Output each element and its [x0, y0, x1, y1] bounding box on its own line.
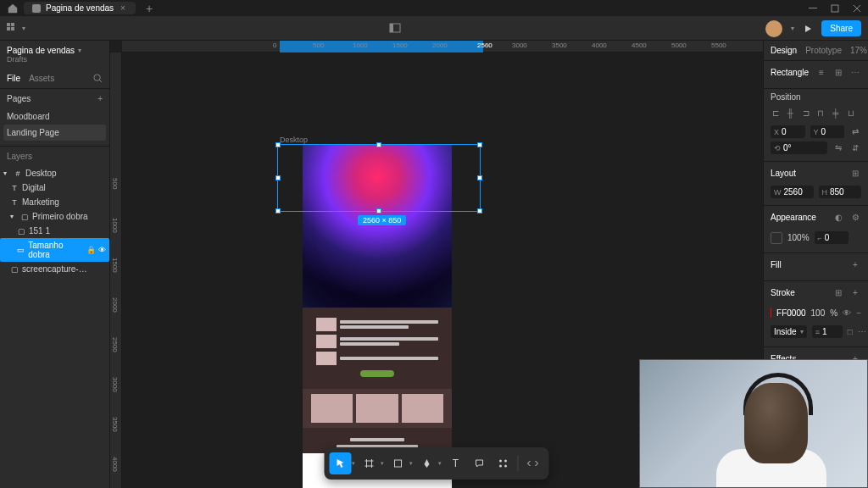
- settings-icon[interactable]: ⚙: [849, 211, 861, 223]
- layer-text-marketing[interactable]: T Marketing: [0, 195, 109, 209]
- pos-y-field[interactable]: Y0: [810, 125, 845, 138]
- maximize-icon[interactable]: [831, 4, 839, 13]
- app-topbar: ▾ ▾ Share: [0, 17, 868, 41]
- move-tool[interactable]: [330, 452, 352, 474]
- play-icon[interactable]: [803, 24, 813, 34]
- style-icon[interactable]: ⊞: [832, 286, 844, 298]
- page-item-landing[interactable]: Landing Page: [3, 125, 106, 141]
- file-tab-assets[interactable]: Assets: [29, 69, 54, 88]
- chevron-down-icon: ▾: [78, 47, 81, 54]
- layer-text-digital[interactable]: T Digital: [0, 180, 109, 195]
- file-tab-file[interactable]: File: [7, 69, 20, 88]
- share-button[interactable]: Share: [821, 20, 861, 36]
- pages-header[interactable]: Pages: [7, 94, 31, 103]
- search-icon[interactable]: [93, 69, 103, 88]
- lock-icon[interactable]: 🔒: [86, 246, 96, 254]
- stroke-width-field[interactable]: ≡1: [812, 325, 843, 338]
- tab-prototype[interactable]: Prototype: [805, 46, 842, 55]
- shape-tool[interactable]: [387, 452, 409, 474]
- panel-toggle-icon[interactable]: [389, 22, 403, 36]
- svg-rect-2: [832, 5, 838, 12]
- opacity-value[interactable]: 100%: [787, 233, 810, 242]
- grid-icon[interactable]: ⊞: [832, 66, 844, 78]
- layer-group-primeiro[interactable]: ▾ ▢ Primeiro dobra: [0, 209, 109, 224]
- eye-icon[interactable]: 👁: [843, 307, 851, 319]
- comment-tool[interactable]: [469, 452, 491, 474]
- stroke-opacity[interactable]: 100: [811, 308, 826, 318]
- ruler-horizontal[interactable]: 0 500 1000 1500 2000 2560 3000 3500 4000…: [122, 41, 763, 53]
- flip-v-icon[interactable]: ⇵: [849, 141, 861, 153]
- actions-tool[interactable]: [492, 452, 515, 474]
- chevron-down-icon[interactable]: ▾: [10, 213, 17, 220]
- text-tool[interactable]: T: [445, 452, 467, 474]
- rotation-field[interactable]: ⟲0°: [771, 141, 827, 154]
- more-icon[interactable]: ⋯: [849, 66, 861, 78]
- pen-tool[interactable]: [416, 452, 438, 474]
- constrain-icon[interactable]: ⇄: [849, 125, 861, 137]
- layer-frame-desktop[interactable]: ▾ # Desktop: [0, 166, 109, 180]
- main-menu-icon[interactable]: [7, 21, 22, 36]
- align-bottom-icon[interactable]: ⊔: [848, 108, 860, 120]
- project-name[interactable]: Pagina de vendas ▾: [7, 46, 103, 55]
- add-page-icon[interactable]: +: [97, 94, 103, 103]
- ruler-vertical[interactable]: 500 1000 1500 2000 2500 3000 3500 4000: [110, 53, 122, 488]
- svg-point-11: [499, 460, 502, 463]
- zoom-control[interactable]: 17%▾: [850, 46, 868, 55]
- stroke-side-icon[interactable]: □: [848, 326, 853, 338]
- eye-icon[interactable]: 👁: [98, 246, 106, 254]
- remove-icon[interactable]: −: [856, 307, 861, 319]
- stroke-position-select[interactable]: Inside▾: [771, 325, 807, 338]
- frame-icon: #: [14, 169, 22, 178]
- file-tab[interactable]: Pagina de vendas ×: [24, 2, 136, 14]
- align-right-icon[interactable]: ⊐: [803, 108, 815, 120]
- chevron-down-icon[interactable]: ▾: [352, 460, 355, 467]
- frame-tool[interactable]: [359, 452, 381, 474]
- corner-radius-field[interactable]: ⌐0: [815, 231, 849, 244]
- tab-design[interactable]: Design: [771, 46, 797, 55]
- selection-outline[interactable]: [277, 144, 481, 212]
- chevron-down-icon[interactable]: ▾: [3, 169, 10, 177]
- pos-x-field[interactable]: X0: [771, 125, 805, 138]
- chevron-down-icon[interactable]: ▾: [22, 25, 25, 32]
- align-hcenter-icon[interactable]: ╫: [787, 108, 799, 120]
- selection-type: Rectangle: [771, 68, 809, 77]
- project-location[interactable]: Drafts: [7, 55, 103, 64]
- window-close-icon[interactable]: [853, 4, 861, 13]
- align-vcenter-icon[interactable]: ╪: [832, 108, 844, 120]
- tools-toolbar: ▾ ▾ ▾ ▾ T: [325, 447, 549, 480]
- home-icon[interactable]: [7, 3, 19, 14]
- file-tab-label: Pagina de vendas: [46, 3, 114, 13]
- autolayout-icon[interactable]: ⊞: [849, 167, 861, 179]
- avatar[interactable]: [765, 20, 782, 37]
- chevron-down-icon[interactable]: ▾: [791, 25, 794, 32]
- more-icon[interactable]: ⋯: [858, 326, 866, 338]
- layer-image-151[interactable]: ▢ 151 1: [0, 224, 109, 238]
- align-icon[interactable]: ≡: [815, 66, 827, 78]
- blend-icon[interactable]: ◐: [832, 211, 844, 223]
- chevron-down-icon[interactable]: ▾: [381, 460, 384, 467]
- close-icon[interactable]: ×: [119, 3, 127, 13]
- opacity-swatch[interactable]: [771, 232, 782, 244]
- chevron-down-icon[interactable]: ▾: [438, 460, 442, 467]
- add-icon[interactable]: +: [849, 258, 861, 270]
- webcam-overlay: [639, 359, 868, 488]
- add-icon[interactable]: +: [849, 286, 861, 298]
- flip-h-icon[interactable]: ⇋: [832, 141, 844, 153]
- align-top-icon[interactable]: ⊓: [817, 108, 829, 120]
- frame-label[interactable]: Desktop: [280, 136, 308, 144]
- stroke-color-swatch[interactable]: [771, 308, 771, 318]
- width-field[interactable]: W2560: [771, 186, 814, 198]
- minimize-icon[interactable]: [809, 4, 817, 13]
- height-field[interactable]: H850: [819, 186, 862, 198]
- dev-mode-tool[interactable]: [522, 452, 544, 474]
- new-tab-button[interactable]: +: [141, 2, 158, 15]
- layer-rect-tamanho[interactable]: ▭ Tamanho dobra 🔒 👁: [0, 238, 109, 262]
- rect-icon: ▭: [17, 246, 25, 254]
- group-icon: ▢: [20, 213, 29, 221]
- svg-rect-0: [32, 4, 41, 13]
- align-left-icon[interactable]: ⊏: [772, 108, 784, 120]
- page-item-moodboard[interactable]: Moodboard: [0, 108, 109, 125]
- chevron-down-icon[interactable]: ▾: [409, 460, 413, 467]
- layer-image-screenshot[interactable]: ▢ screencapture-dev-fabioaldas...: [0, 262, 109, 276]
- stroke-hex[interactable]: FF0000: [776, 308, 805, 318]
